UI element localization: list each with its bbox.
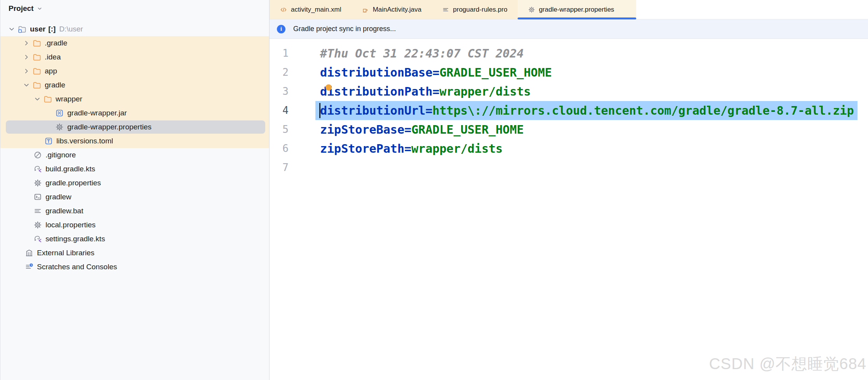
token-key: distributionBase xyxy=(320,66,432,79)
scratches-icon xyxy=(24,262,34,272)
sync-notification-banner: i Gradle project sync in progress... xyxy=(270,19,868,39)
marker-dot-icon xyxy=(326,84,332,91)
close-icon[interactable] xyxy=(620,6,626,13)
tree-item-label: local.properties xyxy=(46,221,96,229)
tree-item-settings-gradle-kts[interactable]: settings.gradle.kts xyxy=(0,232,269,246)
tree-item-label: External Libraries xyxy=(37,249,94,257)
tree-item-scratches-and-consoles[interactable]: Scratches and Consoles xyxy=(0,260,269,274)
token-eq: = xyxy=(432,66,439,79)
line-number[interactable]: 1 xyxy=(270,44,289,63)
token-val: GRADLE_USER_HOME xyxy=(411,123,524,136)
tree-item--gitignore[interactable]: .gitignore xyxy=(0,148,269,162)
chevron-down-icon[interactable] xyxy=(36,5,43,12)
code-line-1[interactable]: 1#Thu Oct 31 22:43:07 CST 2024 xyxy=(270,44,868,63)
line-number[interactable]: 2 xyxy=(270,63,289,82)
tree-item-label: Scratches and Consoles xyxy=(37,263,117,271)
tree-item-wrapper[interactable]: wrapper xyxy=(0,92,269,106)
gear-icon xyxy=(33,220,42,230)
project-folder-icon xyxy=(18,24,27,34)
terminal-icon xyxy=(33,192,42,202)
tree-item-external-libraries[interactable]: External Libraries xyxy=(0,246,269,260)
xml-file-icon xyxy=(280,6,287,14)
tab-proguard-rules-pro[interactable]: proguard-rules.pro xyxy=(432,0,518,19)
tab-label: gradle-wrapper.properties xyxy=(539,6,614,14)
ide-window: Project user[:]D:\user.gradle.ideaappgra… xyxy=(0,0,868,380)
tree-item-label: gradle-wrapper.properties xyxy=(67,123,152,131)
tree-item-gradlew-bat[interactable]: gradlew.bat xyxy=(0,204,269,218)
project-panel-title: Project xyxy=(9,4,33,13)
project-path: D:\user xyxy=(59,25,83,33)
tree-item-gradle-wrapper-properties[interactable]: gradle-wrapper.properties xyxy=(0,120,269,134)
tree-item--gradle[interactable]: .gradle xyxy=(0,36,269,50)
code-line-5[interactable]: 5zipStoreBase=GRADLE_USER_HOME xyxy=(270,120,868,139)
tree-item-local-properties[interactable]: local.properties xyxy=(0,218,269,232)
code-line-7[interactable]: 7 xyxy=(270,158,868,177)
jar-archive-icon xyxy=(55,108,64,118)
gradle-kts-icon xyxy=(33,164,42,174)
toml-file-icon xyxy=(44,136,53,146)
token-val: GRADLE_USER_HOME xyxy=(439,66,552,79)
token-comment: #Thu Oct 31 22:43:07 CST 2024 xyxy=(320,47,524,60)
tab-label: activity_main.xml xyxy=(291,6,341,14)
code-line-6[interactable]: 6zipStorePath=wrapper/dists xyxy=(270,139,868,158)
external-libraries-icon xyxy=(24,248,34,258)
code-text: distributionBase=GRADLE_USER_HOME xyxy=(320,63,552,82)
tree-item-build-gradle-kts[interactable]: build.gradle.kts xyxy=(0,162,269,176)
code-line-3[interactable]: 3distributionPath=wrapper/dists xyxy=(270,82,868,101)
tab-label: MainActivity.java xyxy=(373,6,421,14)
folder-icon xyxy=(43,94,52,104)
token-eq: = xyxy=(432,85,439,98)
tree-item-label: .idea xyxy=(45,53,61,61)
tree-item-user[interactable]: user[:]D:\user xyxy=(0,22,269,36)
tree-item-label: wrapper xyxy=(56,95,82,103)
tree-item-libs-versions-toml[interactable]: libs.versions.toml xyxy=(0,134,269,148)
folder-icon xyxy=(32,52,42,62)
chevron-right-icon[interactable] xyxy=(22,53,31,61)
line-number[interactable]: 3 xyxy=(270,82,289,101)
project-panel: Project user[:]D:\user.gradle.ideaappgra… xyxy=(0,0,270,380)
tree-item-label: app xyxy=(45,67,57,75)
tree-item--idea[interactable]: .idea xyxy=(0,50,269,64)
line-number[interactable]: 5 xyxy=(270,120,289,139)
line-number[interactable]: 4 xyxy=(270,101,289,120)
sync-notification-text: Gradle project sync in progress... xyxy=(293,25,396,33)
tree-item-gradlew[interactable]: gradlew xyxy=(0,190,269,204)
code-editor[interactable]: 1#Thu Oct 31 22:43:07 CST 20242distribut… xyxy=(270,39,868,380)
tab-activity-main-xml[interactable]: activity_main.xml xyxy=(270,0,351,19)
token-val: wrapper/dists xyxy=(411,142,503,155)
tree-item-app[interactable]: app xyxy=(0,64,269,78)
code-line-4[interactable]: 4distributionUrl=https\://mirrors.cloud.… xyxy=(270,101,868,120)
token-key: distributionPath xyxy=(320,85,432,98)
line-number[interactable]: 6 xyxy=(270,139,289,158)
project-panel-header: Project xyxy=(0,0,269,17)
tree-item-gradle-wrapper-jar[interactable]: gradle-wrapper.jar xyxy=(0,106,269,120)
line-number[interactable]: 7 xyxy=(270,158,289,177)
folder-icon xyxy=(32,38,42,48)
code-text: distributionPath=wrapper/dists xyxy=(320,82,531,101)
code-text: zipStoreBase=GRADLE_USER_HOME xyxy=(320,120,524,139)
token-eq: = xyxy=(404,123,411,136)
tree-item-label: .gitignore xyxy=(46,151,76,159)
token-key: zipStoreBase xyxy=(320,123,404,136)
chevron-right-icon[interactable] xyxy=(22,67,31,75)
tab-gradle-wrapper-properties[interactable]: gradle-wrapper.properties xyxy=(518,0,637,19)
editor-tab-bar: activity_main.xmlMainActivity.javaprogua… xyxy=(270,0,868,19)
chevron-down-icon[interactable] xyxy=(22,81,31,89)
editor-tab-strip: activity_main.xmlMainActivity.javaprogua… xyxy=(270,0,636,19)
tab-mainactivity-java[interactable]: MainActivity.java xyxy=(351,0,431,19)
folder-icon xyxy=(32,80,42,90)
tree-item-gradle-properties[interactable]: gradle.properties xyxy=(0,176,269,190)
token-val: wrapper/dists xyxy=(439,85,531,98)
tree-item-label: .gradle xyxy=(45,39,67,47)
tree-item-gradle[interactable]: gradle xyxy=(0,78,269,92)
chevron-down-icon[interactable] xyxy=(33,95,42,103)
gear-icon xyxy=(33,178,42,188)
tree-item-label: settings.gradle.kts xyxy=(46,235,105,243)
module-badge: [:] xyxy=(48,25,56,33)
chevron-down-icon[interactable] xyxy=(7,25,16,33)
folder-icon xyxy=(32,66,42,76)
code-line-2[interactable]: 2distributionBase=GRADLE_USER_HOME xyxy=(270,63,868,82)
info-icon: i xyxy=(277,25,285,33)
chevron-right-icon[interactable] xyxy=(22,39,31,47)
token-key: zipStorePath xyxy=(320,142,404,155)
